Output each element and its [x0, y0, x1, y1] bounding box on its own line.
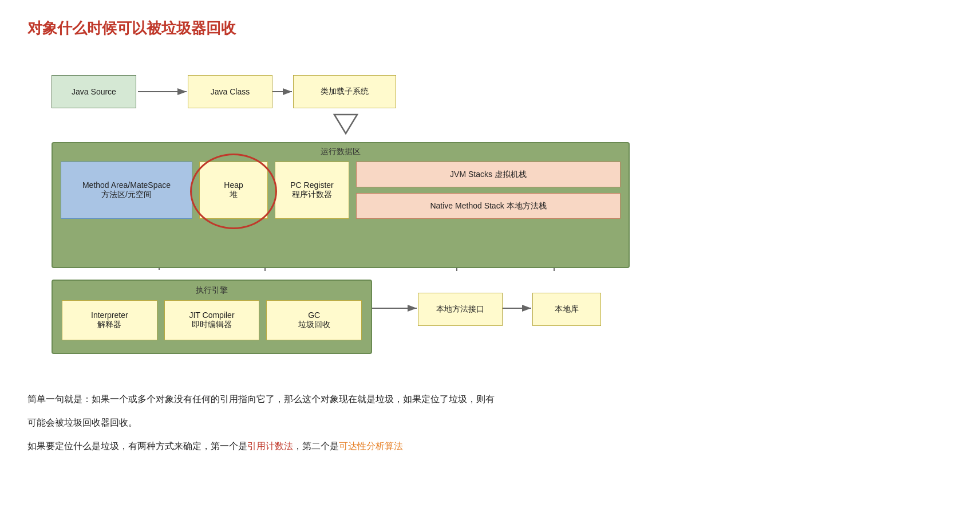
gc-box: GC 垃圾回收 [266, 300, 362, 340]
heap-box: Heap 堆 [199, 162, 268, 219]
page-title: 对象什么时候可以被垃圾器回收 [27, 18, 953, 38]
link-reference-counting: 引用计数法 [247, 441, 293, 451]
runtime-row: Method Area/MateSpace 方法区/元空间 Heap 堆 PC … [53, 162, 629, 227]
native-interface-box: 本地方法接口 [418, 293, 503, 326]
native-method-stack-box: Native Method Stack 本地方法栈 [356, 193, 621, 219]
java-source-box: Java Source [52, 75, 136, 108]
classloader-box: 类加载子系统 [293, 75, 396, 108]
method-area-box: Method Area/MateSpace 方法区/元空间 [61, 162, 192, 219]
desc-para-1: 简单一句就是：如果一个或多个对象没有任何的引用指向它了，那么这个对象现在就是垃圾… [27, 391, 657, 408]
exec-label: 执行引擎 [53, 285, 371, 296]
pc-register-box: PC Register 程序计数器 [275, 162, 349, 219]
heap-box-wrapper: Heap 堆 [199, 162, 268, 219]
stacks-col: JVM Stacks 虚拟机栈 Native Method Stack 本地方法… [356, 162, 621, 219]
native-lib-box: 本地库 [532, 293, 601, 326]
interpreter-box: Interpreter 解释器 [62, 300, 157, 340]
svg-marker-4 [334, 115, 357, 133]
desc-para-2: 可能会被垃圾回收器回收。 [27, 415, 657, 431]
desc-para-3: 如果要定位什么是垃圾，有两种方式来确定，第一个是引用计数法，第二个是可达性分析算… [27, 438, 657, 455]
runtime-label: 运行数据区 [53, 147, 629, 157]
diagram: Java Source Java Class 类加载子系统 运行数据区 Meth… [27, 59, 634, 380]
jvm-container: 运行数据区 Method Area/MateSpace 方法区/元空间 Heap… [52, 142, 630, 268]
description: 简单一句就是：如果一个或多个对象没有任何的引用指向它了，那么这个对象现在就是垃圾… [27, 391, 657, 454]
jit-compiler-box: JIT Compiler 即时编辑器 [164, 300, 260, 340]
exec-engine-container: 执行引擎 Interpreter 解释器 JIT Compiler 即时编辑器 … [52, 280, 372, 354]
link-reachability-analysis: 可达性分析算法 [339, 441, 403, 451]
jvm-stacks-box: JVM Stacks 虚拟机栈 [356, 162, 621, 187]
java-class-box: Java Class [188, 75, 272, 108]
exec-row: Interpreter 解释器 JIT Compiler 即时编辑器 GC 垃圾… [53, 300, 371, 349]
